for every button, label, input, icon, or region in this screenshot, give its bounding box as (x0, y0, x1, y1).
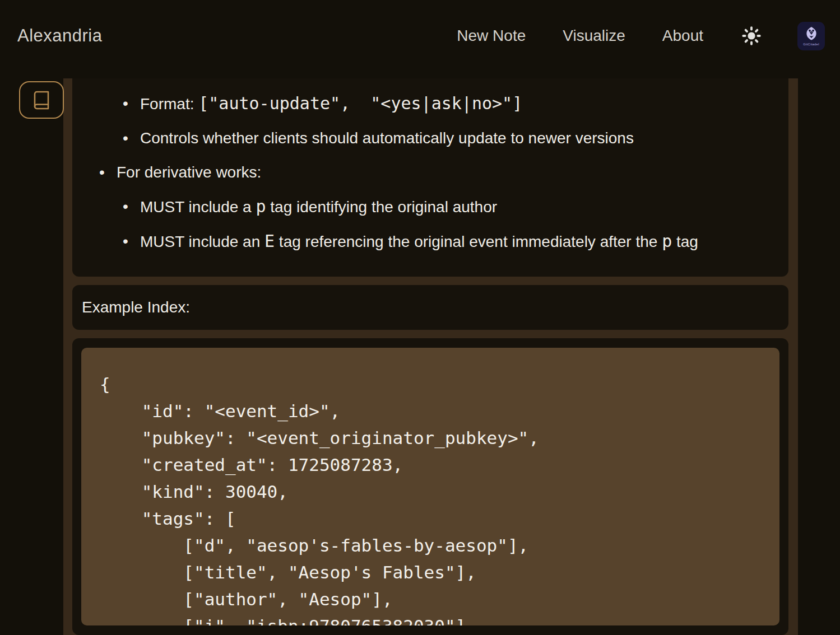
text-span: Format: (140, 95, 198, 113)
doc-bullet-item: For derivative works: (87, 163, 772, 182)
doc-bullet-item: Controls whether clients should automati… (87, 129, 772, 148)
book-icon (31, 90, 52, 110)
text-span: For derivative works: (117, 164, 261, 181)
app-header: Alexandria New Note Visualize About (0, 0, 840, 72)
rules-list: Format: ["auto-update", "<yes|ask|no>"]C… (87, 94, 772, 251)
doc-card-example-label: Example Index: (72, 285, 788, 330)
text-span: MUST include a (140, 198, 256, 216)
main-nav: New Note Visualize About (457, 27, 703, 45)
sun-icon (741, 26, 762, 46)
gitcitadel-shield-icon (804, 26, 819, 42)
example-index-label: Example Index: (82, 298, 190, 316)
inline-code-span: p (662, 231, 672, 251)
content-panel: Format: ["auto-update", "<yes|ask|no>"]C… (63, 78, 798, 635)
inline-code-span: p (256, 197, 266, 216)
nav-about[interactable]: About (662, 27, 703, 45)
avatar-label: GitCitadel (803, 43, 819, 46)
doc-card-rules: Format: ["auto-update", "<yes|ask|no>"]C… (72, 78, 788, 277)
doc-card-code: { "id": "<event_id>", "pubkey": "<event_… (72, 338, 788, 635)
text-span: MUST include an (140, 233, 264, 250)
inline-code-span: ["auto-update", "<yes|ask|no>"] (198, 94, 522, 113)
avatar[interactable]: GitCitadel (797, 22, 825, 50)
doc-bullet-item: Format: ["auto-update", "<yes|ask|no>"] (87, 94, 772, 114)
text-span: Controls whether clients should automati… (140, 129, 634, 147)
doc-bullet-item: MUST include an E tag referencing the or… (87, 232, 772, 251)
brand-title[interactable]: Alexandria (17, 26, 102, 46)
nav-visualize[interactable]: Visualize (563, 27, 625, 45)
nav-new-note[interactable]: New Note (457, 27, 526, 45)
theme-toggle-button[interactable] (740, 25, 763, 47)
text-span: tag identifying the original author (266, 198, 498, 216)
doc-bullet-item: MUST include a p tag identifying the ori… (87, 197, 772, 217)
toc-button[interactable] (19, 81, 64, 119)
inline-code-span: E (264, 231, 275, 251)
code-block: { "id": "<event_id>", "pubkey": "<event_… (81, 348, 779, 625)
text-span: tag referencing the original event immed… (275, 233, 662, 250)
text-span: tag (672, 233, 698, 250)
